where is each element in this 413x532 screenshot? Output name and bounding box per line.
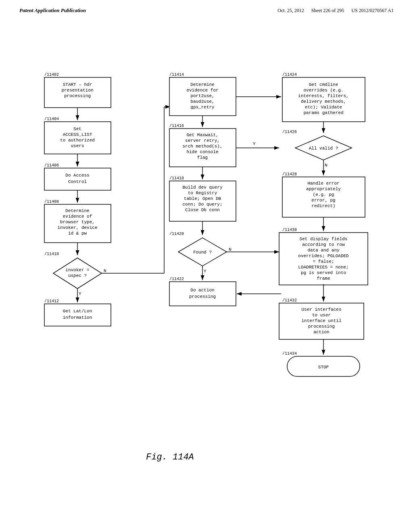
svg-text:N: N xyxy=(229,247,232,252)
svg-text:redirect): redirect) xyxy=(311,204,335,208)
flowchart-svg: text.box-text { font-family: 'Courier Ne… xyxy=(21,24,392,476)
svg-text:overrides (e.g.: overrides (e.g. xyxy=(303,88,343,93)
svg-text:ACCESS_LIST: ACCESS_LIST xyxy=(63,132,92,137)
svg-text:baud2use,: baud2use, xyxy=(190,99,214,104)
svg-text:/11434: /11434 xyxy=(282,351,297,356)
svg-text:browser type,: browser type, xyxy=(60,220,95,224)
svg-text:server retry,: server retry, xyxy=(185,138,220,143)
svg-text:interface until: interface until xyxy=(301,318,341,323)
svg-text:Determine: Determine xyxy=(65,208,89,213)
svg-text:Get cmdline: Get cmdline xyxy=(309,82,338,87)
svg-text:LOADRETRIES = none;: LOADRETRIES = none; xyxy=(298,265,348,270)
svg-text:error, pg: error, pg xyxy=(311,198,335,203)
svg-text:uspec ?: uspec ? xyxy=(68,273,87,278)
svg-text:/11414: /11414 xyxy=(169,73,184,77)
svg-text:Y: Y xyxy=(204,269,206,274)
svg-text:conn; Do query;: conn; Do query; xyxy=(182,202,222,207)
svg-text:Set display fields: Set display fields xyxy=(300,237,348,241)
svg-text:processing: processing xyxy=(64,94,91,98)
svg-text:/11406: /11406 xyxy=(44,163,59,168)
svg-text:delivery methods,: delivery methods, xyxy=(301,99,346,104)
svg-text:/11432: /11432 xyxy=(282,298,297,303)
svg-text:action: action xyxy=(313,330,330,335)
svg-text:Y: Y xyxy=(79,291,81,296)
svg-text:params gathered: params gathered xyxy=(303,110,343,115)
svg-text:Get Lat/Lon: Get Lat/Lon xyxy=(63,309,92,314)
svg-text:/11408: /11408 xyxy=(44,200,59,204)
svg-text:according to row: according to row xyxy=(302,242,345,247)
publication-label: Patent Application Publication xyxy=(19,7,86,14)
svg-text:table; Open DB: table; Open DB xyxy=(184,196,221,201)
svg-text:to user: to user xyxy=(312,313,331,318)
svg-text:etc); Validate: etc); Validate xyxy=(305,105,342,110)
svg-text:Handle error: Handle error xyxy=(307,181,339,186)
svg-text:interests, filters,: interests, filters, xyxy=(298,94,348,98)
figure-label: Fig. 114A xyxy=(146,452,194,462)
svg-text:/11412: /11412 xyxy=(44,299,59,303)
svg-text:invoker =: invoker = xyxy=(65,268,89,272)
svg-text:information: information xyxy=(63,315,92,320)
svg-text:appropriately: appropriately xyxy=(306,187,341,191)
svg-text:Y: Y xyxy=(253,141,256,146)
svg-text:(e.g. pg: (e.g. pg xyxy=(313,192,334,197)
svg-text:Determine: Determine xyxy=(190,82,214,87)
svg-text:hide console: hide console xyxy=(186,150,218,154)
svg-text:Build dev query: Build dev query xyxy=(182,185,222,190)
svg-text:/11418: /11418 xyxy=(169,176,184,181)
svg-text:/11428: /11428 xyxy=(282,172,297,177)
svg-text:to authorized: to authorized xyxy=(60,138,95,143)
svg-text:Set: Set xyxy=(73,127,81,131)
svg-text:/11402: /11402 xyxy=(44,73,59,77)
svg-text:processing: processing xyxy=(308,324,335,329)
svg-text:/11426: /11426 xyxy=(282,130,297,134)
svg-text:= false;: = false; xyxy=(313,259,334,264)
svg-text:users: users xyxy=(71,143,84,148)
sheet-number: Sheet 226 of 295 xyxy=(311,8,344,14)
svg-text:Do Access: Do Access xyxy=(65,173,89,178)
svg-text:to Registry: to Registry xyxy=(188,191,217,195)
svg-text:/11430: /11430 xyxy=(282,228,297,232)
svg-text:gps_retry: gps_retry xyxy=(190,105,215,110)
svg-text:overrides; PGLOADED: overrides; PGLOADED xyxy=(298,254,349,258)
svg-text:Close Db conn: Close Db conn xyxy=(185,208,220,212)
node-11422 xyxy=(169,282,236,306)
svg-text:evidence for: evidence for xyxy=(186,88,218,93)
svg-text:invoker, device: invoker, device xyxy=(57,225,97,230)
svg-text:processing: processing xyxy=(189,294,216,299)
svg-text:N: N xyxy=(325,163,327,168)
svg-text:presentation: presentation xyxy=(61,88,93,93)
svg-text:frame: frame xyxy=(317,276,330,281)
svg-text:/11424: /11424 xyxy=(282,73,297,77)
pub-date: Oct. 25, 2012 xyxy=(277,8,304,14)
svg-text:/11416: /11416 xyxy=(169,124,184,128)
svg-text:Get Maxwait,: Get Maxwait, xyxy=(186,133,218,137)
svg-text:id & pw: id & pw xyxy=(68,231,87,236)
svg-text:STOP: STOP xyxy=(318,365,329,370)
svg-text:All valid ?: All valid ? xyxy=(309,146,338,151)
svg-text:Control: Control xyxy=(68,179,87,184)
svg-text:/11420: /11420 xyxy=(169,232,184,236)
svg-text:Do action: Do action xyxy=(190,288,214,293)
svg-text:Found ?: Found ? xyxy=(193,250,212,255)
svg-text:pg is served into: pg is served into xyxy=(301,270,346,275)
svg-text:N: N xyxy=(104,268,106,273)
svg-text:START – hdr: START – hdr xyxy=(63,82,92,87)
svg-text:User interfaces: User interfaces xyxy=(301,307,341,312)
svg-text:/11422: /11422 xyxy=(169,277,184,281)
patent-number: US 2012/0270567 A1 xyxy=(351,8,394,14)
svg-text:srch method(s),: srch method(s), xyxy=(182,144,222,149)
svg-text:port2use,: port2use, xyxy=(190,94,214,98)
svg-text:data and any: data and any xyxy=(307,248,340,253)
header-right: Oct. 25, 2012 Sheet 226 of 295 US 2012/0… xyxy=(277,8,394,14)
svg-text:/11404: /11404 xyxy=(44,117,59,121)
svg-text:evidence of: evidence of xyxy=(63,214,92,219)
page-header: Patent Application Publication Oct. 25, … xyxy=(0,0,413,16)
svg-text:flag: flag xyxy=(197,155,208,160)
svg-text:/11410: /11410 xyxy=(44,252,59,256)
diagram-area: text.box-text { font-family: 'Courier Ne… xyxy=(0,16,413,500)
